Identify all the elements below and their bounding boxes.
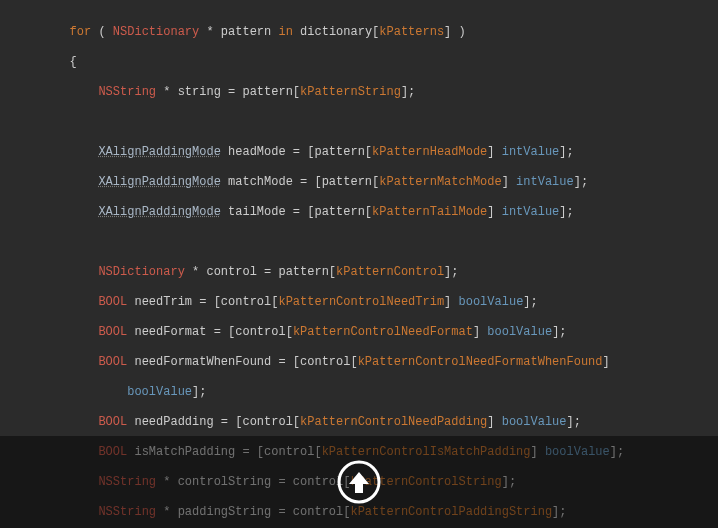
code-line: NSDictionary * control = pattern[kPatter…: [0, 265, 718, 280]
code-line: XAlignPaddingMode tailMode = [pattern[kP…: [0, 205, 718, 220]
code-line: XAlignPaddingMode headMode = [pattern[kP…: [0, 145, 718, 160]
keyword-for: for: [70, 25, 92, 39]
code-line: [0, 235, 718, 250]
code-line: for ( NSDictionary * pattern in dictiona…: [0, 25, 718, 40]
code-editor[interactable]: for ( NSDictionary * pattern in dictiona…: [0, 0, 718, 528]
code-line: BOOL needPadding = [control[kPatternCont…: [0, 415, 718, 430]
code-line: BOOL isMatchPadding = [control[kPatternC…: [0, 445, 718, 460]
code-line: XAlignPaddingMode matchMode = [pattern[k…: [0, 175, 718, 190]
code-line: NSString * paddingString = control[kPatt…: [0, 505, 718, 520]
code-line: {: [0, 55, 718, 70]
arrow-up-icon: [337, 460, 381, 504]
code-line: BOOL needFormat = [control[kPatternContr…: [0, 325, 718, 340]
code-line: [0, 115, 718, 130]
code-line: BOOL needTrim = [control[kPatternControl…: [0, 295, 718, 310]
code-line: BOOL needFormatWhenFound = [control[kPat…: [0, 355, 718, 370]
scroll-to-top-button[interactable]: [337, 460, 381, 504]
code-line: boolValue];: [0, 385, 718, 400]
keyword-in: in: [278, 25, 292, 39]
code-line: NSString * string = pattern[kPatternStri…: [0, 85, 718, 100]
